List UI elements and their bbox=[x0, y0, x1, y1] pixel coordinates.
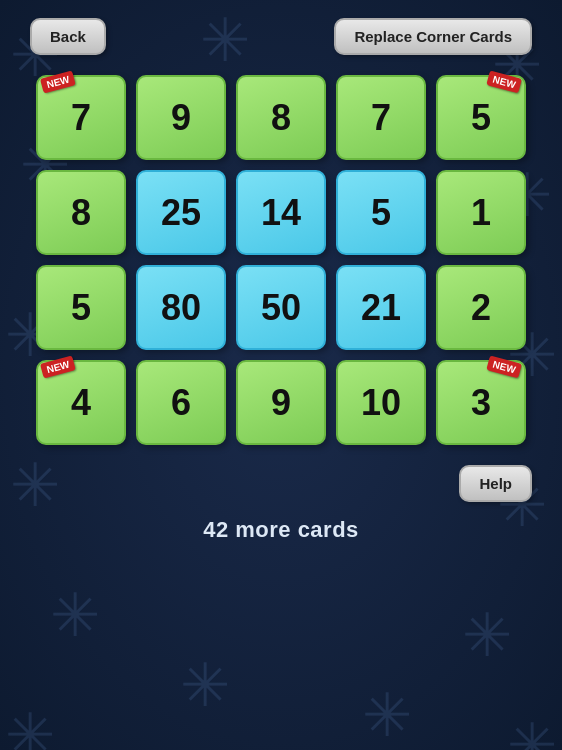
card-2-3[interactable]: 21 bbox=[336, 265, 426, 350]
card-value: 4 bbox=[71, 382, 91, 424]
card-1-1[interactable]: 25 bbox=[136, 170, 226, 255]
card-value: 25 bbox=[161, 192, 201, 234]
card-1-0[interactable]: 8 bbox=[36, 170, 126, 255]
card-3-4[interactable]: NEW3 bbox=[436, 360, 526, 445]
card-value: 9 bbox=[271, 382, 291, 424]
card-value: 10 bbox=[361, 382, 401, 424]
bottom-area: Help 42 more cards bbox=[0, 465, 562, 543]
card-0-1[interactable]: 9 bbox=[136, 75, 226, 160]
card-value: 8 bbox=[271, 97, 291, 139]
card-value: 21 bbox=[361, 287, 401, 329]
new-badge: NEW bbox=[486, 70, 522, 93]
card-value: 1 bbox=[471, 192, 491, 234]
help-row: Help bbox=[0, 465, 562, 502]
new-badge: NEW bbox=[40, 355, 76, 378]
card-0-0[interactable]: NEW7 bbox=[36, 75, 126, 160]
card-2-0[interactable]: 5 bbox=[36, 265, 126, 350]
card-1-3[interactable]: 5 bbox=[336, 170, 426, 255]
grid-row-2: 58050212 bbox=[36, 265, 526, 350]
card-0-4[interactable]: NEW5 bbox=[436, 75, 526, 160]
card-2-4[interactable]: 2 bbox=[436, 265, 526, 350]
card-1-4[interactable]: 1 bbox=[436, 170, 526, 255]
back-button[interactable]: Back bbox=[30, 18, 106, 55]
card-3-0[interactable]: NEW4 bbox=[36, 360, 126, 445]
new-badge: NEW bbox=[40, 70, 76, 93]
card-0-2[interactable]: 8 bbox=[236, 75, 326, 160]
card-value: 6 bbox=[171, 382, 191, 424]
card-value: 7 bbox=[71, 97, 91, 139]
main-content: Back Replace Corner Cards NEW7987NEW5825… bbox=[0, 0, 562, 750]
card-3-1[interactable]: 6 bbox=[136, 360, 226, 445]
card-grid: NEW7987NEW5825145158050212NEW46910NEW3 bbox=[36, 75, 526, 445]
card-value: 5 bbox=[71, 287, 91, 329]
grid-row-3: NEW46910NEW3 bbox=[36, 360, 526, 445]
grid-row-1: 8251451 bbox=[36, 170, 526, 255]
card-value: 9 bbox=[171, 97, 191, 139]
replace-corner-cards-button[interactable]: Replace Corner Cards bbox=[334, 18, 532, 55]
top-bar: Back Replace Corner Cards bbox=[0, 0, 562, 65]
card-value: 7 bbox=[371, 97, 391, 139]
card-value: 8 bbox=[71, 192, 91, 234]
card-0-3[interactable]: 7 bbox=[336, 75, 426, 160]
card-2-1[interactable]: 80 bbox=[136, 265, 226, 350]
more-cards-label: 42 more cards bbox=[203, 517, 359, 543]
card-value: 2 bbox=[471, 287, 491, 329]
card-2-2[interactable]: 50 bbox=[236, 265, 326, 350]
card-value: 80 bbox=[161, 287, 201, 329]
new-badge: NEW bbox=[486, 355, 522, 378]
card-value: 5 bbox=[471, 97, 491, 139]
help-button[interactable]: Help bbox=[459, 465, 532, 502]
card-value: 5 bbox=[371, 192, 391, 234]
card-value: 50 bbox=[261, 287, 301, 329]
card-value: 3 bbox=[471, 382, 491, 424]
card-3-3[interactable]: 10 bbox=[336, 360, 426, 445]
grid-row-0: NEW7987NEW5 bbox=[36, 75, 526, 160]
card-value: 14 bbox=[261, 192, 301, 234]
card-3-2[interactable]: 9 bbox=[236, 360, 326, 445]
card-1-2[interactable]: 14 bbox=[236, 170, 326, 255]
